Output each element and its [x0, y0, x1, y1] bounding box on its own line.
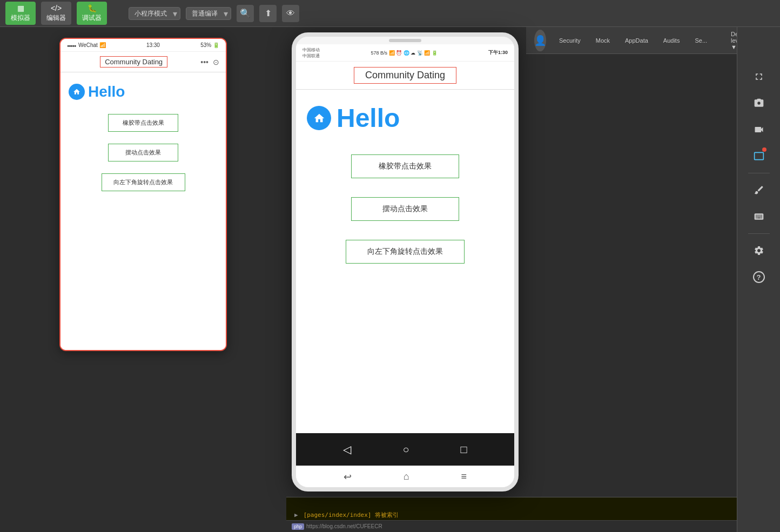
phone-large-time: 下午1:30 [488, 49, 508, 56]
phone-large-footer: ↩ ⌂ ≡ [296, 466, 514, 487]
carrier-info: 中国移动 中国联通 [302, 47, 320, 59]
screen-select-badge [762, 147, 766, 152]
footer-home-icon[interactable]: ⌂ [404, 471, 409, 482]
screen-select-btn[interactable] [747, 144, 771, 168]
phone-large-content: Hello 橡胶带点击效果 摆动点击效果 向左下角旋转点击效果 [296, 90, 514, 433]
divider-1 [748, 173, 770, 173]
top-toolbar: ▦ 模拟器 </> 编辑器 🐛 调试器 小程序模式 普通编译 🔍 ⬆ 👁 [0, 0, 780, 27]
phone-large-bottom-bar: ◁ ○ □ [296, 433, 514, 466]
rotate-click-btn-small[interactable]: 向左下角旋转点击效果 [102, 173, 185, 191]
back-nav-icon[interactable]: ◁ [343, 443, 351, 456]
notch-bar [389, 39, 421, 42]
rubber-click-btn-large[interactable]: 橡胶带点击效果 [351, 154, 459, 178]
expand-btn[interactable] [747, 65, 771, 89]
camera-btn[interactable] [747, 91, 771, 115]
phone-small-time: 13:30 [146, 42, 160, 48]
tab-mock[interactable]: Mock [594, 35, 612, 46]
target-icon-small[interactable]: ⊙ [213, 58, 219, 66]
swing-click-btn-large[interactable]: 摆动点击效果 [351, 197, 459, 221]
rubber-click-btn-small[interactable]: 橡胶带点击效果 [108, 114, 178, 132]
user-avatar: 👤 [534, 30, 546, 51]
console-text: [pages/index/index] 将被索引 [304, 511, 399, 519]
editor-btn[interactable]: </> 编辑器 [41, 2, 71, 25]
video-btn[interactable] [747, 118, 771, 142]
keyboard-btn[interactable] [747, 205, 771, 228]
footer-url-text: https://blog.csdn.net/CUFEECR [306, 523, 382, 529]
more-icon-small[interactable]: ••• [200, 58, 209, 66]
right-top-tabs: 👤 Security Mock AppData Audits Se... Def… [526, 27, 737, 54]
compiler-select[interactable]: 普通编译 [186, 7, 231, 20]
debugger-btn[interactable]: 🐛 调试器 [77, 2, 107, 25]
home-icon-small [69, 84, 85, 100]
phone-small-status-bar: ●●●●● WeChat 📶 13:30 53% 🔋 [60, 39, 226, 52]
phone-small-battery: 53% 🔋 [200, 42, 219, 48]
monitor-icon: ▦ [17, 4, 24, 12]
footer-back-icon[interactable]: ↩ [344, 471, 352, 483]
phone-large-title: Community Dating [354, 67, 456, 84]
phone-small-content: Hello 橡胶带点击效果 摆动点击效果 向左下角旋转点击效果 [60, 72, 226, 350]
code-icon: </> [51, 4, 62, 12]
phone-large-notch [296, 37, 514, 44]
divider-2 [748, 233, 770, 234]
phone-large-wrapper: 中国移动 中国联通 578 B/s 📶 ⏰ 🌐 ☁ 📡 📶 🔋 下午1:30 C… [286, 27, 524, 497]
mode-select[interactable]: 小程序模式 [129, 7, 180, 20]
tab-appdata[interactable]: AppData [623, 35, 650, 46]
rotate-click-btn-large[interactable]: 向左下角旋转点击效果 [346, 240, 465, 264]
phone-large-nav: Community Dating [296, 62, 514, 90]
footer-menu-icon[interactable]: ≡ [461, 471, 467, 482]
hello-text-small: Hello [88, 83, 125, 100]
square-nav-icon[interactable]: □ [460, 443, 467, 456]
main-area: ●●●●● WeChat 📶 13:30 53% 🔋 Community Dat… [0, 27, 780, 532]
console-prefix: ▶ [294, 511, 298, 518]
phone-small-nav: Community Dating ••• ⊙ [60, 52, 226, 72]
compiler-select-wrapper: 普通编译 [186, 7, 231, 20]
phone-large-status: 中国移动 中国联通 578 B/s 📶 ⏰ 🌐 ☁ 📡 📶 🔋 下午1:30 [296, 44, 514, 62]
mode-select-wrapper: 小程序模式 [129, 7, 180, 20]
tab-audits[interactable]: Audits [661, 35, 682, 46]
home-nav-icon[interactable]: ○ [402, 443, 409, 456]
help-circle: ? [753, 271, 765, 283]
phone-small-nav-icons: ••• ⊙ [200, 58, 219, 66]
upload-btn[interactable]: ⬆ [259, 5, 277, 22]
hello-text-large: Hello [337, 103, 400, 133]
phone-small-signal: ●●●●● WeChat 📶 [67, 42, 106, 48]
php-badge: php [292, 523, 304, 530]
phone-small-title: Community Dating [100, 56, 167, 68]
swing-click-btn-small[interactable]: 摆动点击效果 [108, 144, 178, 161]
help-btn[interactable]: ? [747, 265, 771, 289]
footer-url-bar: php https://blog.csdn.net/CUFEECR [286, 520, 737, 532]
phone-large-data-speed: 578 B/s 📶 ⏰ 🌐 ☁ 📡 📶 🔋 [371, 50, 437, 56]
hello-row-small: Hello [69, 83, 218, 100]
search-toolbar-btn[interactable]: 🔍 [237, 5, 254, 22]
preview-btn[interactable]: 👁 [282, 5, 299, 22]
tab-security[interactable]: Security [557, 35, 583, 46]
right-icon-panel: ? [737, 27, 780, 532]
debug-icon: 🐛 [88, 4, 97, 12]
home-icon-large [307, 106, 331, 130]
tab-more[interactable]: Se... [692, 35, 709, 46]
left-panel: ●●●●● WeChat 📶 13:30 53% 🔋 Community Dat… [0, 27, 286, 532]
hello-row-large: Hello [307, 103, 503, 133]
phone-small-simulator: ●●●●● WeChat 📶 13:30 53% 🔋 Community Dat… [59, 38, 227, 351]
brush-btn[interactable] [747, 178, 771, 202]
simulator-btn[interactable]: ▦ 模拟器 [5, 2, 36, 25]
phone-large-simulator: 中国移动 中国联通 578 B/s 📶 ⏰ 🌐 ☁ 📡 📶 🔋 下午1:30 C… [292, 32, 519, 491]
gear-btn[interactable] [747, 239, 771, 262]
